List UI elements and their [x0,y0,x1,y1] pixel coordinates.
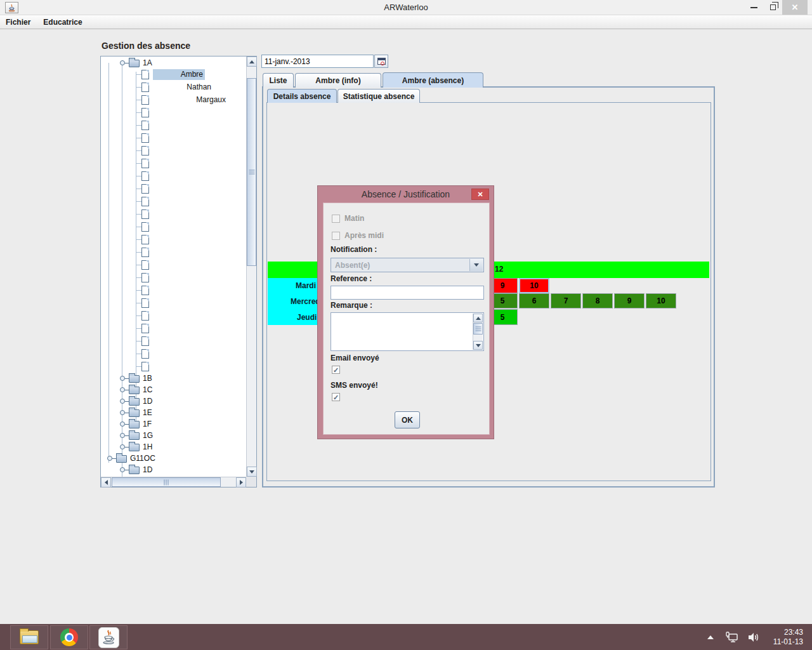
sms-checkbox-row: ✓ [332,393,344,401]
menu-item-educatrice[interactable]: Educatrice [37,15,88,29]
tree-toggle-icon[interactable] [120,399,125,404]
tree-node-1d[interactable]: 1D [101,396,246,407]
tree-toggle-icon[interactable] [120,467,125,472]
scroll-left-button[interactable] [101,477,111,488]
tree-toggle-icon[interactable] [120,376,125,381]
tree-leaf[interactable] [101,298,246,308]
tree-toggle-icon[interactable] [120,433,125,438]
tree-node-1e[interactable]: 1E [101,408,246,418]
tree-leaf-ambre[interactable]: Ambre [101,69,246,80]
tree-leaf[interactable] [101,107,246,118]
schedule-cell-7[interactable]: 7 [551,293,581,308]
dialog-close-button[interactable]: ✕ [471,189,489,200]
tree-leaf[interactable] [101,133,246,143]
tree-node-1c[interactable]: 1C [101,385,246,395]
tree-leaf[interactable] [101,196,246,207]
tree-leaf[interactable] [101,120,246,131]
tree-node-1h[interactable]: 1H [101,442,246,453]
inner-tab-1[interactable]: Statistique absence [337,89,420,103]
grip-icon [249,169,254,176]
outer-tab-2[interactable]: Ambre (absence) [383,72,483,88]
tree-leaf[interactable] [101,247,246,258]
outer-tab-0[interactable]: Liste [263,73,294,88]
apres-midi-checkbox[interactable] [332,232,340,240]
tree-toggle-icon[interactable] [107,456,112,461]
scroll-down-button[interactable] [247,467,257,477]
outer-tab-1[interactable]: Ambre (info) [295,73,381,88]
inner-tab-0[interactable]: Details absence [267,89,337,103]
schedule-cell-10[interactable]: 10 [519,278,549,293]
tree-node-1g[interactable]: 1G [101,430,246,441]
tree-leaf[interactable] [101,310,246,321]
date-input[interactable] [261,55,374,68]
tree-leaf[interactable] [101,361,246,372]
tree-leaf[interactable] [101,234,246,245]
close-button[interactable]: ✕ [782,0,808,15]
tree-leaf[interactable] [101,285,246,296]
tree-leaf[interactable] [101,323,246,334]
taskbar-chrome-button[interactable] [50,625,88,649]
tree-leaf[interactable] [101,348,246,359]
reference-input[interactable] [331,286,484,300]
folder-icon [129,375,140,383]
network-icon[interactable] [725,632,739,643]
tree-node-1d[interactable]: 1D [101,465,246,475]
taskbar-explorer-button[interactable] [10,625,48,649]
tree-leaf[interactable] [101,171,246,182]
tree-leaf-margaux[interactable]: Margaux [101,95,246,105]
java-app-icon[interactable] [5,2,18,13]
sms-checkbox[interactable]: ✓ [332,393,340,401]
date-picker-button[interactable] [374,55,388,68]
restore-button[interactable] [763,0,782,15]
tree-leaf-nathan[interactable]: Nathan [101,82,246,93]
arrow-up-icon [249,60,254,63]
notification-combobox[interactable]: Absent(e) [331,258,484,272]
schedule-cell-10[interactable]: 10 [646,293,676,308]
scrollbar-thumb[interactable] [473,323,483,335]
folder-icon [129,409,140,417]
taskbar-clock[interactable]: 23:43 11-01-13 [773,628,803,647]
email-checkbox[interactable]: ✓ [332,366,340,374]
tree-node-1b[interactable]: 1B [101,373,246,384]
tree-leaf[interactable] [101,260,246,270]
scrollbar-thumb[interactable] [247,78,256,266]
ok-button[interactable]: OK [395,411,420,428]
tree-leaf[interactable] [101,183,246,194]
tree-leaf[interactable] [101,272,246,283]
tree-toggle-icon[interactable] [120,60,125,65]
apres-midi-label: Après midi [344,231,384,240]
menu-item-fichier[interactable]: Fichier [0,15,37,29]
tree-vertical-scrollbar[interactable] [246,56,256,477]
scroll-up-button[interactable] [247,56,257,67]
schedule-cell-8[interactable]: 8 [582,293,613,308]
scrollbar-thumb[interactable] [112,477,221,487]
tree-leaf[interactable] [101,209,246,220]
scroll-down-button[interactable] [473,341,483,350]
tree-toggle-icon[interactable] [120,387,125,392]
tree-toggle-icon[interactable] [120,410,125,415]
tree-node-1f[interactable]: 1F [101,419,246,430]
speaker-icon[interactable] [748,632,761,642]
tree-horizontal-scrollbar[interactable] [101,477,246,487]
tree-node-g11oc[interactable]: G11OC [101,453,246,464]
schedule-cell-9[interactable]: 9 [614,293,645,308]
clock-time: 23:43 [773,628,803,637]
tree-leaf[interactable] [101,158,246,169]
taskbar-java-button[interactable] [89,625,128,649]
combo-dropdown-button[interactable] [469,259,483,271]
scroll-right-button[interactable] [236,477,246,488]
tree-node-label: 1C [143,385,152,394]
tray-expand-icon[interactable] [707,635,714,639]
scroll-up-button[interactable] [473,314,483,322]
tree-leaf[interactable] [101,222,246,232]
tree-leaf[interactable] [101,145,246,156]
textarea-scrollbar[interactable] [473,314,483,350]
tree-node-1a[interactable]: 1A [101,58,246,69]
remarque-textarea[interactable] [331,312,484,351]
minimize-button[interactable] [744,0,763,15]
matin-checkbox[interactable] [332,215,340,223]
schedule-cell-6[interactable]: 6 [519,293,549,308]
tree-leaf[interactable] [101,336,246,347]
tree-toggle-icon[interactable] [120,421,125,427]
tree-toggle-icon[interactable] [120,444,125,449]
